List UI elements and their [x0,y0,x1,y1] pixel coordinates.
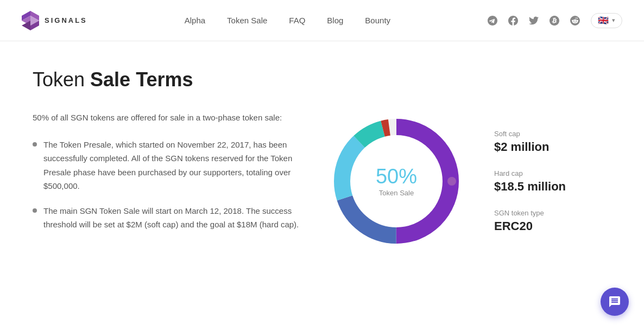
stat-value-soft-cap: $2 million [494,140,581,154]
nav-faq[interactable]: FAQ [289,16,305,25]
nav-bounty[interactable]: Bounty [365,16,390,25]
stat-value-hard-cap: $18.5 million [494,180,581,194]
logo-text: SIGNALS [45,16,87,24]
nav-alpha[interactable]: Alpha [185,16,205,25]
facebook-icon[interactable] [508,16,518,26]
stat-soft-cap: Soft cap $2 million [494,130,581,154]
page-title: Token Sale Terms [33,68,611,91]
content-area: 50% of all SGN tokens are offered for sa… [33,111,611,252]
bullet-dot [33,142,37,147]
header: SIGNALS Alpha Token Sale FAQ Blog Bounty [0,0,644,41]
bullet-text-2: The main SGN Token Sale will start on Ma… [43,204,304,232]
title-bold: Sale Terms [90,68,193,91]
nav-blog[interactable]: Blog [327,16,343,25]
reddit-icon[interactable] [570,16,580,26]
stat-label-token-type: SGN token type [494,209,581,217]
title-light: Token [33,68,90,91]
main-nav: Alpha Token Sale FAQ Blog Bounty [185,16,390,25]
chart-section: 50% Token Sale Soft cap $2 million Hard … [326,111,581,252]
bitcoin-icon[interactable] [550,16,559,26]
telegram-icon[interactable] [488,16,497,26]
list-item: The Token Presale, which started on Nove… [33,138,304,193]
bullet-text-1: The Token Presale, which started on Nove… [43,138,304,193]
svg-point-7 [447,177,456,186]
stat-label-hard-cap: Hard cap [494,169,581,177]
nav-token-sale[interactable]: Token Sale [227,16,267,25]
bullet-list: The Token Presale, which started on Nove… [33,138,304,232]
list-item: The main SGN Token Sale will start on Ma… [33,204,304,232]
donut-chart: 50% Token Sale [326,111,467,252]
twitter-icon[interactable] [529,16,539,26]
stat-label-soft-cap: Soft cap [494,130,581,138]
donut-label: Token Sale [376,189,417,197]
stat-hard-cap: Hard cap $18.5 million [494,169,581,194]
donut-center: 50% Token Sale [376,166,417,197]
main-content: Token Sale Terms 50% of all SGN tokens a… [0,41,644,273]
logo[interactable]: SIGNALS [22,11,87,30]
chevron-down-icon: ▾ [612,17,615,24]
bullet-dot [33,208,37,213]
header-right: 🇬🇧 ▾ [488,13,622,28]
language-selector[interactable]: 🇬🇧 ▾ [591,13,622,28]
donut-percent: 50% [376,166,417,187]
text-section: 50% of all SGN tokens are offered for sa… [33,111,304,243]
logo-icon [22,11,39,30]
stats-section: Soft cap $2 million Hard cap $18.5 milli… [494,130,581,233]
flag-icon: 🇬🇧 [598,17,609,24]
stat-token-type: SGN token type ERC20 [494,209,581,233]
chat-button[interactable] [601,288,629,316]
intro-text: 50% of all SGN tokens are offered for sa… [33,111,304,125]
chat-icon [608,295,621,308]
stat-value-token-type: ERC20 [494,219,581,233]
